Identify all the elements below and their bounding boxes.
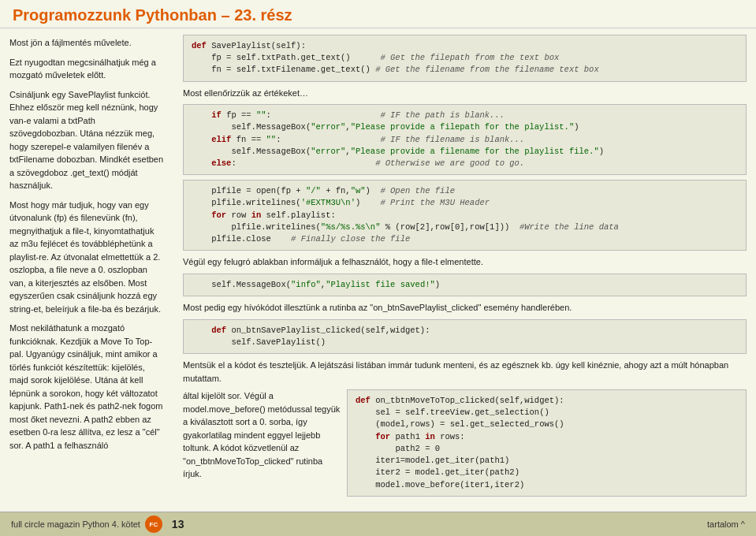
code-line: def SavePlaylist(self):: [192, 40, 738, 52]
code-line: def on_btnSavePlaylist_clicked(self,widg…: [192, 325, 738, 337]
code-line: path2 = 0: [356, 443, 738, 455]
code-block-1: def SavePlaylist(self): fp = self.txtPat…: [183, 35, 747, 82]
prose-text-3: Most pedig egy hívókódot illesztünk a ru…: [183, 301, 747, 315]
code-line: fn = self.txtFilename.get_text() # Get t…: [192, 64, 738, 76]
code-line: self.MessageBox("error","Please provide …: [192, 121, 738, 133]
code-line: plfile.writelines("%s/%s.%s\n" % (row[2]…: [192, 221, 738, 233]
left-para-1: Most jön a fájlmentés művelete.: [9, 36, 164, 50]
prose-2-text: Végül egy felugró ablakban informáljuk a…: [183, 257, 483, 266]
footer-left-text: full circle magazin Python 4. kötet: [11, 519, 140, 529]
code-line: plfile.writelines('#EXTM3U\n') # Print t…: [192, 197, 738, 209]
code-line: model.move_before(iter1,iter2): [356, 479, 738, 491]
left-para-4: Most hogy már tudjuk, hogy van egy útvon…: [9, 199, 164, 316]
page: Programozzunk Pythonban – 23. rész Most …: [0, 0, 756, 536]
code-line: else: # Otherwise we are good to go.: [192, 158, 738, 169]
code-line: if fp == "": # IF the path is blank...: [192, 110, 738, 121]
code-block-3: plfile = open(fp + "/" + fn,"w") # Open …: [183, 180, 747, 251]
code-block-4: self.MessageBox("info","Playlist file sa…: [183, 274, 747, 296]
footer-toc-link[interactable]: tartalom ^: [707, 519, 745, 529]
code-line: def on_tbtnMoveToTop_clicked(self,widget…: [356, 395, 738, 407]
bottom-prose-text: által kijelölt sor. Végül a model.move_b…: [183, 391, 340, 478]
footer-logo: FC: [145, 516, 162, 533]
code-block-5: def on_btnSavePlaylist_clicked(self,widg…: [183, 319, 747, 354]
prose-3-text: Most pedig egy hívókódot illesztünk a ru…: [183, 303, 572, 312]
left-column: Most jön a fájlmentés művelete. Ezt nyug…: [0, 28, 173, 512]
prose-text-1: Most ellenőrizzük az értékeket…: [183, 87, 747, 100]
footer-page-number: 13: [172, 518, 184, 530]
prose-4-text: Mentsük el a kódot és teszteljük. A lejá…: [183, 360, 728, 383]
left-para-5: Most nekiláthatunk a mozgató funkcióknak…: [9, 322, 164, 452]
code-line: sel = self.treeView.get_selection(): [356, 407, 738, 419]
code-line: plfile = open(fp + "/" + fn,"w") # Open …: [192, 185, 738, 197]
page-header: Programozzunk Pythonban – 23. rész: [0, 0, 756, 28]
code-line: plfile.close # Finally close the file: [192, 233, 738, 245]
bottom-section: által kijelölt sor. Végül a model.move_b…: [183, 389, 747, 505]
bottom-right-code: def on_tbtnMoveToTop_clicked(self,widget…: [347, 389, 747, 505]
code-block-2: if fp == "": # IF the path is blank... s…: [183, 104, 747, 175]
page-title: Programozzunk Pythonban – 23. rész: [13, 6, 743, 24]
right-column: def SavePlaylist(self): fp = self.txtPat…: [173, 28, 756, 512]
code-line: for row in self.playlist:: [192, 210, 738, 221]
code-line: elif fn == "": # IF the filename is blan…: [192, 134, 738, 146]
code-line: self.SavePlaylist(): [192, 337, 738, 348]
code-line: self.MessageBox("info","Playlist file sa…: [192, 279, 738, 291]
code-line: self.MessageBox("error","Please provide …: [192, 146, 738, 158]
prose-text-2: Végül egy felugró ablakban informáljuk a…: [183, 255, 747, 269]
code-line: for path1 in rows:: [356, 431, 738, 443]
left-para-3: Csináljunk egy SavePlaylist funkciót. Eh…: [9, 88, 164, 192]
code-line: iter2 = model.get_iter(path2): [356, 467, 738, 478]
code-line: fp = self.txtPath.get_text() # Get the f…: [192, 52, 738, 64]
code-line: (model,rows) = sel.get_selected_rows(): [356, 419, 738, 430]
prose-1-text: Most ellenőrizzük az értékeket…: [183, 88, 308, 98]
prose-text-4: Mentsük el a kódot és teszteljük. A lejá…: [183, 359, 747, 385]
bottom-left-prose: által kijelölt sor. Végül a model.move_b…: [183, 389, 341, 505]
page-footer: full circle magazin Python 4. kötet FC 1…: [0, 512, 756, 536]
left-para-2: Ezt nyugodtan megcsinálhatjuk még a mozg…: [9, 56, 164, 82]
content-area: Most jön a fájlmentés művelete. Ezt nyug…: [0, 28, 756, 512]
code-line: iter1=model.get_iter(path1): [356, 455, 738, 467]
code-block-6: def on_tbtnMoveToTop_clicked(self,widget…: [347, 389, 747, 497]
